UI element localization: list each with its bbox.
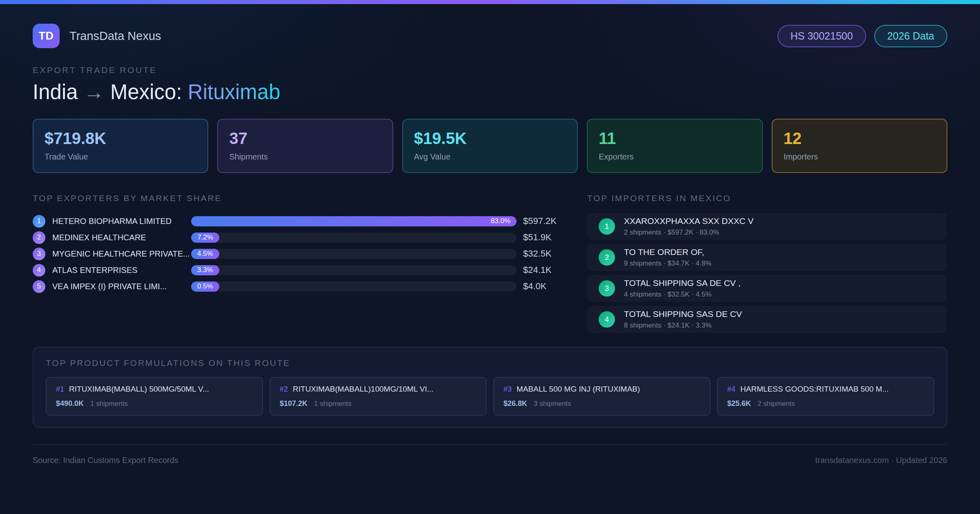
formulation-card[interactable]: #4 HARMLESS GOODS:RITUXIMAB 500 M... $25… (717, 377, 934, 416)
formulations-title: TOP PRODUCT FORMULATIONS ON THIS ROUTE (46, 358, 934, 368)
exporter-name: MYGENIC HEALTHCARE PRIVATE... (52, 249, 191, 259)
top-accent-bar (0, 0, 980, 4)
arrow-icon: → (84, 80, 105, 104)
importer-name: TOTAL SHIPPING SAS DE CV (624, 309, 742, 319)
importers-title: TOP IMPORTERS IN MEXICO (587, 193, 947, 203)
market-share-bar: 7.2% (191, 233, 219, 243)
exporters-panel: TOP EXPORTERS BY MARKET SHARE 1 HETERO B… (33, 193, 562, 337)
stat-value: $19.5K (414, 129, 566, 148)
importer-name: TO THE ORDER OF, (624, 247, 712, 257)
formulation-shipments: 3 shipments (534, 400, 571, 408)
exporter-row[interactable]: 1 HETERO BIOPHARMA LIMITED 83.0% $597.2K (33, 213, 562, 229)
stat-value: 12 (784, 129, 935, 148)
dashboard-page: TD TransData Nexus HS 30021500 2026 Data… (0, 24, 980, 465)
formulation-name: MABALL 500 MG INJ (RITUXIMAB) (517, 385, 640, 394)
importer-row[interactable]: 4 TOTAL SHIPPING SAS DE CV 8 shipments ·… (587, 306, 947, 333)
formulation-card[interactable]: #3 MABALL 500 MG INJ (RITUXIMAB) $26.8K … (493, 377, 710, 416)
app-logo: TD (33, 24, 60, 48)
exporters-title: TOP EXPORTERS BY MARKET SHARE (33, 193, 562, 203)
footer-source: Source: Indian Customs Export Records (33, 456, 178, 465)
footer: Source: Indian Customs Export Records tr… (33, 444, 947, 465)
formulation-rank: #3 (503, 385, 512, 394)
importer-row[interactable]: 1 XXAROXXPHAXXA SXX DXXC V 2 shipments ·… (587, 213, 947, 240)
title-product: Rituximab (188, 80, 281, 104)
rank-badge: 1 (599, 218, 615, 235)
stat-card-trade-value: $719.8K Trade Value (33, 119, 208, 173)
rank-badge: 1 (33, 215, 45, 228)
importer-row[interactable]: 3 TOTAL SHIPPING SA DE CV , 4 shipments … (587, 275, 947, 302)
stat-card-avg-value: $19.5K Avg Value (402, 119, 578, 173)
exporter-value: $32.5K (523, 248, 562, 259)
stat-label: Importers (784, 152, 935, 162)
formulation-name: RITUXIMAB(MABALL)100MG/10ML VI... (293, 385, 434, 394)
stat-card-shipments: 37 Shipments (217, 119, 393, 173)
page-title: India → Mexico: Rituximab (33, 80, 947, 104)
header-badges: HS 30021500 2026 Data (777, 25, 947, 47)
header: TD TransData Nexus HS 30021500 2026 Data (33, 24, 947, 48)
formulation-rank: #4 (727, 385, 735, 394)
formulation-shipments: 1 shipments (314, 400, 352, 408)
importer-meta: 8 shipments · $24.1K · 3.3% (624, 321, 742, 330)
formulation-name: HARMLESS GOODS:RITUXIMAB 500 M... (740, 385, 889, 394)
rank-badge: 3 (599, 280, 615, 297)
importer-name: TOTAL SHIPPING SA DE CV , (624, 278, 741, 288)
rank-badge: 5 (33, 280, 45, 293)
market-share-bar-track: 7.2% (191, 233, 517, 243)
stat-value: $719.8K (45, 129, 196, 148)
formulation-rank: #1 (56, 385, 64, 394)
rank-badge: 2 (599, 249, 615, 266)
hs-code-badge[interactable]: HS 30021500 (777, 25, 866, 47)
formulation-name: RITUXIMAB(MABALL) 500MG/50ML V... (69, 385, 209, 394)
stat-label: Trade Value (45, 152, 196, 162)
brand-name: TransData Nexus (69, 29, 161, 43)
market-share-bar: 4.5% (191, 249, 219, 259)
exporter-name: VEA IMPEX (I) PRIVATE LIMI... (52, 282, 191, 291)
importers-panel: TOP IMPORTERS IN MEXICO 1 XXAROXXPHAXXA … (587, 193, 947, 337)
rank-badge: 4 (599, 311, 615, 328)
market-share-bar-track: 0.5% (191, 281, 517, 292)
stat-value: 11 (599, 129, 751, 148)
exporter-row[interactable]: 2 MEDINEX HEALTHCARE 7.2% $51.9K (33, 229, 562, 246)
formulation-card[interactable]: #2 RITUXIMAB(MABALL)100MG/10ML VI... $10… (270, 377, 487, 416)
formulation-value: $107.2K (280, 399, 307, 408)
formulation-rank: #2 (280, 385, 288, 394)
exporter-value: $4.0K (523, 281, 562, 292)
stat-card-importers: 12 Importers (772, 119, 947, 173)
footer-site: transdatanexus.com · Updated 2026 (815, 456, 947, 465)
formulation-shipments: 2 shipments (757, 400, 795, 408)
exporter-value: $51.9K (523, 232, 562, 243)
title-destination: Mexico: (105, 80, 188, 104)
rank-badge: 4 (33, 264, 45, 277)
importer-meta: 9 shipments · $34.7K · 4.8% (624, 259, 712, 268)
formulation-value: $490.0K (56, 399, 84, 408)
exporter-row[interactable]: 3 MYGENIC HEALTHCARE PRIVATE... 4.5% $32… (33, 246, 562, 262)
market-share-bar-track: 3.3% (191, 265, 517, 275)
stat-label: Exporters (599, 152, 751, 162)
data-year-badge[interactable]: 2026 Data (874, 25, 947, 47)
title-origin: India (33, 80, 78, 104)
stat-card-exporters: 11 Exporters (587, 119, 762, 173)
exporter-row[interactable]: 4 ATLAS ENTERPRISES 3.3% $24.1K (33, 262, 562, 278)
exporter-value: $24.1K (523, 265, 562, 275)
importer-row[interactable]: 2 TO THE ORDER OF, 9 shipments · $34.7K … (587, 244, 947, 271)
stat-label: Shipments (229, 152, 381, 162)
market-share-bar: 83.0% (191, 216, 517, 226)
exporter-name: ATLAS ENTERPRISES (52, 266, 191, 275)
formulation-card[interactable]: #1 RITUXIMAB(MABALL) 500MG/50ML V... $49… (46, 377, 263, 416)
exporter-row[interactable]: 5 VEA IMPEX (I) PRIVATE LIMI... 0.5% $4.… (33, 278, 562, 295)
formulations-panel: TOP PRODUCT FORMULATIONS ON THIS ROUTE #… (33, 347, 947, 428)
exporter-name: MEDINEX HEALTHCARE (52, 233, 191, 242)
stat-value: 37 (229, 129, 381, 148)
rank-badge: 3 (33, 248, 45, 260)
importer-meta: 2 shipments · $597.2K · 83.0% (624, 228, 753, 237)
formulation-value: $25.6K (727, 399, 751, 408)
header-brand-group: TD TransData Nexus (33, 24, 161, 48)
market-share-bar-track: 4.5% (191, 249, 517, 259)
app-logo-text: TD (39, 30, 54, 42)
exporter-name: HETERO BIOPHARMA LIMITED (52, 217, 191, 226)
market-share-bar: 3.3% (191, 265, 219, 275)
formulation-shipments: 1 shipments (90, 400, 128, 408)
rank-badge: 2 (33, 231, 45, 244)
stat-label: Avg Value (414, 152, 566, 162)
market-share-bar-track: 83.0% (191, 216, 517, 226)
